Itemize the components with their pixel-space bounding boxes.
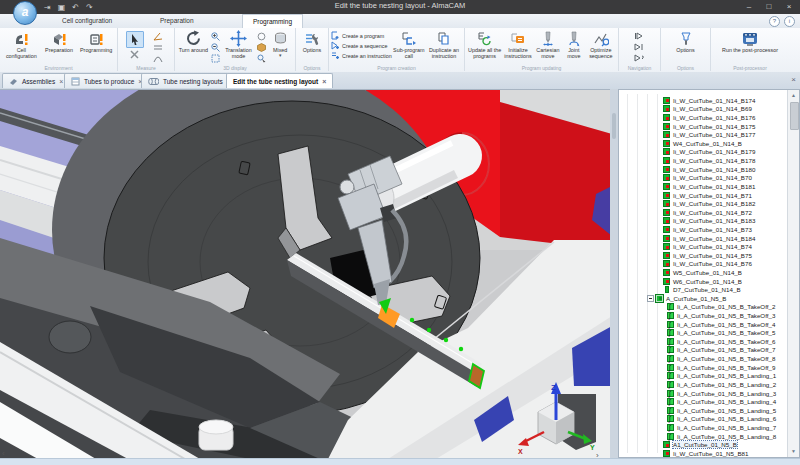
tree-item[interactable]: D7_CutTube_01_N14_B <box>619 285 788 294</box>
tree-item[interactable]: Ii_A_CutTube_01_N5_B_Landing_7 <box>619 423 788 432</box>
turn-around-button[interactable]: Turn around <box>177 29 210 69</box>
cartesian-move-button[interactable]: Cartesian move <box>534 29 562 69</box>
doc-tab-edit-tube-nesting-layout[interactable]: Edit the tube nesting layout × <box>226 73 333 88</box>
help-icon[interactable]: ? <box>769 16 780 27</box>
tree-item[interactable]: Ii_W_CutTube_01_N14_B73 <box>619 225 788 234</box>
tree-item[interactable]: Ii_A_CutTube_01_N5_B_Landing_6 <box>619 415 788 424</box>
tree-item[interactable]: A1_CutTube_01_N5_B <box>619 440 788 449</box>
step-first-icon[interactable] <box>634 31 645 41</box>
tree-item[interactable]: Ii_W_CutTube_01_N14_B70 <box>619 173 788 182</box>
3d-viewport[interactable]: Z X Y ‹ › <box>0 89 612 458</box>
zoom-in-icon[interactable] <box>210 31 221 41</box>
tree-item[interactable]: A_CutTube_01_N5_B <box>619 294 788 303</box>
measure-arc-icon[interactable] <box>152 53 163 63</box>
run-post-processor-button[interactable]: Run the post-processor <box>720 29 780 69</box>
tree-item[interactable]: Ii_A_CutTube_01_N5_B_TakeOff_3 <box>619 311 788 320</box>
joint-move-button[interactable]: Joint move <box>562 29 586 69</box>
scrollbar-thumb[interactable] <box>790 102 799 130</box>
update-all-programs-button[interactable]: Update all the programs <box>467 29 502 69</box>
tree-item[interactable]: Ii_W_CutTube_01_N14_B179 <box>619 148 788 157</box>
options-button-1[interactable]: Options <box>298 29 326 69</box>
mixed-button[interactable]: Mixed ▾ <box>267 29 293 69</box>
tree-item[interactable]: Ii_W_CutTube_01_N14_B69 <box>619 105 788 114</box>
tree-item[interactable]: Ii_A_CutTube_01_N5_B_TakeOff_8 <box>619 354 788 363</box>
info-icon[interactable]: i <box>784 16 795 27</box>
tree-item[interactable]: Ii_A_CutTube_01_N5_B_Landing_1 <box>619 372 788 381</box>
circle-display-icon[interactable] <box>256 31 267 41</box>
minimize-button[interactable]: – <box>740 0 758 14</box>
doc-tab-tube-nesting-layouts[interactable]: Tube nesting layouts × <box>141 73 238 88</box>
tree-item[interactable]: Ii_A_CutTube_01_N5_B_Landing_3 <box>619 389 788 398</box>
close-tab-icon[interactable]: × <box>59 78 63 85</box>
close-tab-icon[interactable]: × <box>322 78 326 85</box>
tree-item[interactable]: Ii_W_CutTube_01_N14_B183 <box>619 217 788 226</box>
cube-display-icon[interactable] <box>256 42 267 52</box>
doc-tab-assemblies[interactable]: Assemblies × <box>2 73 70 88</box>
tree-item[interactable]: Ii_A_CutTube_01_N5_B_TakeOff_5 <box>619 328 788 337</box>
doc-tab-tubes-to-produce[interactable]: Tubes to produce × <box>64 73 149 88</box>
tree-item[interactable]: Ii_A_CutTube_01_N5_B_Landing_4 <box>619 397 788 406</box>
maximize-button[interactable]: □ <box>760 0 778 14</box>
almacam-logo[interactable]: a <box>13 1 37 25</box>
panel-splitter[interactable] <box>610 89 618 458</box>
tree-item[interactable]: Ii_W_CutTube_01_N14_B176 <box>619 113 788 122</box>
tree-item[interactable]: Ii_W_CutTube_01_N14_B74 <box>619 242 788 251</box>
programming-button[interactable]: Programming <box>77 29 115 69</box>
initialize-instructions-button[interactable]: Initialize instructions <box>502 29 533 69</box>
scroll-up-icon[interactable]: ▲ <box>788 90 799 101</box>
tab-preparation[interactable]: Preparation <box>150 14 204 27</box>
measure-angle-icon[interactable] <box>152 31 163 41</box>
tree-item[interactable]: Ii_A_CutTube_01_N5_B_TakeOff_9 <box>619 363 788 372</box>
delete-measure-icon[interactable] <box>126 49 142 59</box>
tree-item[interactable]: Ii_W_CutTube_01_N14_B181 <box>619 182 788 191</box>
zoom-selection-icon[interactable] <box>256 53 267 63</box>
tree-item[interactable]: Ii_W_CutTube_01_N14_B184 <box>619 234 788 243</box>
tree-item[interactable]: Ii_A_CutTube_01_N5_B_TakeOff_6 <box>619 337 788 346</box>
tree-item[interactable]: Ii_W_CutTube_01_N14_B177 <box>619 130 788 139</box>
tab-programming[interactable]: Programming <box>242 14 303 28</box>
tree-item[interactable]: W4_CutTube_01_N14_B <box>619 139 788 148</box>
tree-item[interactable]: Ii_A_CutTube_01_N5_B_Landing_8 <box>619 432 788 441</box>
translation-mode-button[interactable]: Translation mode <box>221 29 257 69</box>
part-status-icon <box>663 252 670 259</box>
tree-item[interactable]: Ii_W_CutTube_01_N14_B72 <box>619 208 788 217</box>
tree-scrollbar[interactable]: ▲ ▼ <box>787 90 799 457</box>
tree-item[interactable]: Ii_W_CutTube_01_N14_B178 <box>619 156 788 165</box>
tree-item[interactable]: W6_CutTube_01_N14_B <box>619 277 788 286</box>
create-instruction-button[interactable]: Create an instruction <box>331 51 392 60</box>
scroll-down-icon[interactable]: ▼ <box>788 446 799 457</box>
pointer-tool-icon[interactable] <box>126 31 144 48</box>
scroll-left-icon[interactable]: ‹ <box>2 449 5 458</box>
tab-cell-configuration[interactable]: Cell configuration <box>52 14 122 27</box>
zoom-window-icon[interactable] <box>210 53 221 63</box>
zoom-out-icon[interactable] <box>210 42 221 52</box>
optimize-sequence-button[interactable]: Optimize sequence <box>586 29 616 69</box>
tree-item[interactable]: Ii_W_CutTube_01_N14_B71 <box>619 191 788 200</box>
duplicate-instruction-button[interactable]: Duplicate an instruction <box>426 29 462 69</box>
create-program-button[interactable]: Create a program <box>331 31 392 40</box>
measure-distance-icon[interactable] <box>152 42 163 52</box>
tree-item[interactable]: Ii_W_CutTube_01_N14_B175 <box>619 122 788 131</box>
tree-item[interactable]: Ii_W_CutTube_01_N14_B75 <box>619 251 788 260</box>
tree-item[interactable]: Ii_W_CutTube_01_N5_B81 <box>619 449 788 458</box>
sub-program-call-button[interactable]: Sub-program call <box>392 29 426 69</box>
step-next-icon[interactable] <box>634 42 645 52</box>
options-button-2[interactable]: Options <box>671 29 701 69</box>
tree-item[interactable]: Ii_A_CutTube_01_N5_B_TakeOff_4 <box>619 320 788 329</box>
close-button[interactable]: × <box>780 0 798 14</box>
cell-configuration-button[interactable]: Cell configuration <box>2 29 41 69</box>
create-sequence-button[interactable]: Create a sequence <box>331 41 392 50</box>
tree-item[interactable]: Ii_A_CutTube_01_N5_B_TakeOff_7 <box>619 346 788 355</box>
close-panel-icon[interactable]: × <box>791 75 796 84</box>
tree-item[interactable]: Ii_W_CutTube_01_N14_B76 <box>619 260 788 269</box>
tree-item[interactable]: Ii_W_CutTube_01_N14_B182 <box>619 199 788 208</box>
preparation-button[interactable]: Preparation <box>41 29 78 69</box>
tree-item[interactable]: Ii_A_CutTube_01_N5_B_TakeOff_2 <box>619 303 788 312</box>
tree-item[interactable]: W5_CutTube_01_N14_B <box>619 268 788 277</box>
tree-item[interactable]: Ii_A_CutTube_01_N5_B_Landing_5 <box>619 406 788 415</box>
collapse-expander-icon[interactable] <box>647 295 654 302</box>
tree-item[interactable]: Ii_A_CutTube_01_N5_B_Landing_2 <box>619 380 788 389</box>
tree-item[interactable]: Ii_W_CutTube_01_N14_B174 <box>619 96 788 105</box>
tree-item[interactable]: Ii_W_CutTube_01_N14_B180 <box>619 165 788 174</box>
go-to-instruction-icon[interactable] <box>634 53 645 63</box>
